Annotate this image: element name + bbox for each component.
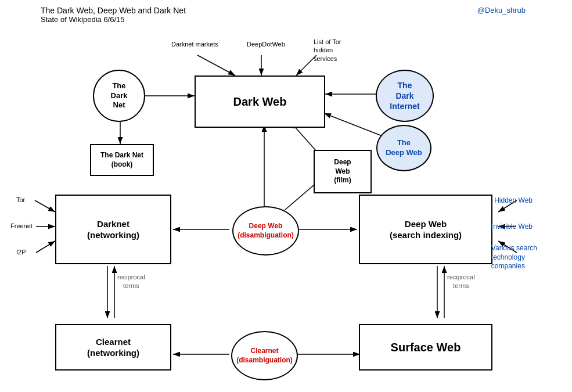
title-line1: The Dark Web, Deep Web and Dark Net <box>41 6 186 15</box>
svg-line-8 <box>324 113 388 138</box>
reciprocal-right-label: reciprocalterms <box>447 273 475 291</box>
dark-web-node: Dark Web <box>195 75 325 128</box>
hidden-web-label: Hidden Web <box>494 196 533 204</box>
dark-net-circle-node: TheDarkNet <box>93 70 145 122</box>
svg-line-16 <box>36 241 55 253</box>
svg-line-4 <box>197 55 235 75</box>
freenet-label: Freenet <box>10 222 33 229</box>
darknet-networking-label: Darknet(networking) <box>87 218 139 241</box>
various-search-label: Various searchtechnologycompanies <box>491 244 537 271</box>
title-line2: State of Wikipedia 6/6/15 <box>41 15 186 24</box>
darknet-markets-label: Darknet markets <box>171 41 218 48</box>
surface-web-label: Surface Web <box>391 340 461 354</box>
deep-web-circle-label: TheDeep Web <box>386 138 422 158</box>
deep-web-film-node: DeepWeb(film) <box>314 150 372 193</box>
surface-web-node: Surface Web <box>359 324 492 371</box>
clearnet-disambiguation-node: Clearnet(disambiguation) <box>231 331 298 380</box>
deep-web-disambiguation-label: Deep Web(disambiguation) <box>238 222 294 240</box>
dark-web-label: Dark Web <box>233 95 287 109</box>
dark-net-book-node: The Dark Net(book) <box>90 144 154 176</box>
deep-web-circle-node: TheDeep Web <box>376 125 431 171</box>
dark-net-circle-label: TheDarkNet <box>111 81 128 111</box>
deep-web-disambiguation-node: Deep Web(disambiguation) <box>232 206 299 256</box>
attribution: @Deku_shrub <box>477 6 526 15</box>
reciprocal-left-label: reciprocalterms <box>117 273 145 291</box>
deep-web-search-node: Deep Web(search indexing) <box>359 195 492 264</box>
darknet-networking-node: Darknet(networking) <box>55 195 171 264</box>
tor-label: Tor <box>16 196 25 203</box>
clearnet-networking-label: Clearnet(networking) <box>87 336 139 359</box>
deep-web-film-label: DeepWeb(film) <box>334 158 351 185</box>
dark-net-book-label: The Dark Net(book) <box>100 151 143 169</box>
i2p-label: I2P <box>16 249 26 256</box>
deepdotweb-label: DeepDotWeb <box>247 41 285 48</box>
invisible-web-label: Invisible Web <box>491 222 533 231</box>
dark-internet-node: TheDarkInternet <box>376 70 434 122</box>
clearnet-networking-node: Clearnet(networking) <box>55 324 171 371</box>
title-area: The Dark Web, Deep Web and Dark Net Stat… <box>41 6 186 24</box>
clearnet-disambiguation-label: Clearnet(disambiguation) <box>236 347 293 365</box>
svg-line-14 <box>35 200 55 212</box>
list-tor-label: List of Torhiddenservices <box>314 38 341 63</box>
dark-internet-label: TheDarkInternet <box>390 80 419 112</box>
deep-web-search-label: Deep Web(search indexing) <box>390 218 462 241</box>
